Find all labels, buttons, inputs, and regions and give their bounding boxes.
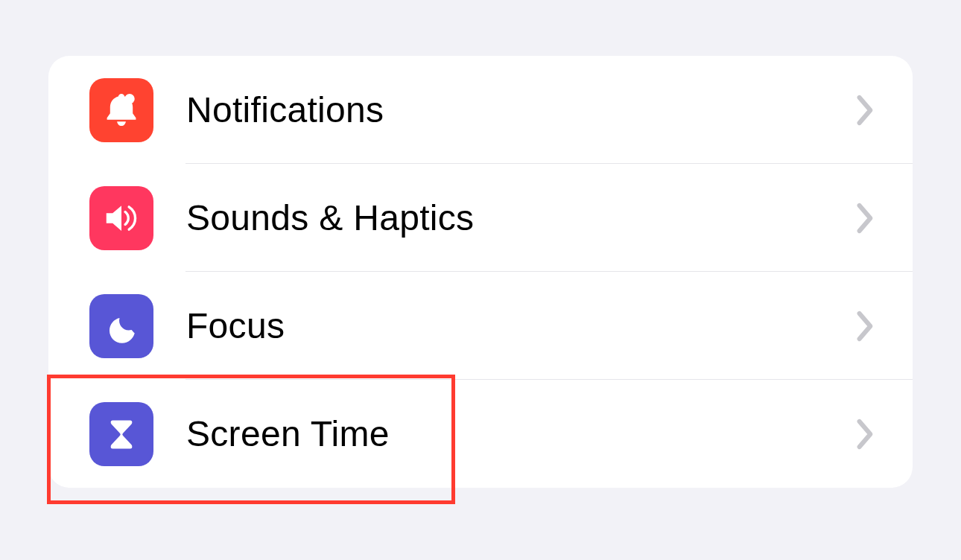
svg-point-0 [124,94,135,104]
chevron-right-icon [854,94,875,127]
settings-row-focus[interactable]: Focus [48,272,913,380]
settings-row-label: Focus [186,305,854,346]
chevron-right-icon [854,418,875,451]
screen-time-icon [89,402,153,466]
notifications-icon [89,78,153,142]
settings-row-notifications[interactable]: Notifications [48,56,913,164]
settings-row-label: Notifications [186,89,854,130]
settings-row-screen-time[interactable]: Screen Time [48,380,913,488]
chevron-right-icon [854,310,875,343]
focus-icon [89,294,153,358]
sounds-icon [89,186,153,250]
settings-row-sounds[interactable]: Sounds & Haptics [48,164,913,272]
settings-group: Notifications Sounds & Haptics [48,56,913,488]
settings-row-label: Sounds & Haptics [186,197,854,238]
chevron-right-icon [854,202,875,235]
settings-row-label: Screen Time [186,413,854,454]
